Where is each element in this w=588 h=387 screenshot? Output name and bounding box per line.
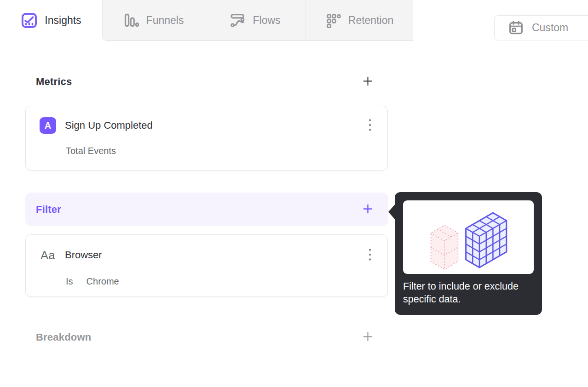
tab-funnels[interactable]: Funnels [102,0,204,41]
metric-card[interactable]: A Sign Up Completed Total Events [25,106,388,171]
metric-event-name: Sign Up Completed [65,120,153,131]
filter-property-name: Browser [65,249,102,261]
filter-tooltip: Filter to include or exclude specific da… [395,192,542,315]
filter-heading: Filter [36,204,61,216]
tab-retention[interactable]: Retention [306,0,413,41]
tooltip-arrow-icon [388,204,395,220]
metrics-section-header: Metrics [25,74,388,90]
metric-badge: A [40,117,56,134]
filter-operator[interactable]: Is [66,276,73,287]
bar-funnel-icon [123,12,139,28]
add-metric-button[interactable] [361,75,374,88]
dot-grid-icon [325,13,341,28]
filter-value[interactable]: Chrome [86,276,119,287]
plus-icon [362,330,374,344]
insights-report-builder: Insights Funnels Flows [0,0,588,387]
tooltip-text: Filter to include or exclude specific da… [403,280,534,306]
isometric-cube-grid-icon [403,200,534,274]
tab-label: Insights [45,14,81,27]
breakdown-section-header: Breakdown [25,329,388,346]
tab-label: Retention [348,14,393,27]
kebab-menu-icon [368,248,372,263]
plus-icon [362,203,374,216]
plus-icon [362,75,374,89]
tab-flows[interactable]: Flows [204,0,306,41]
wave-flow-icon [229,12,246,28]
filter-menu-button[interactable] [367,247,373,264]
add-breakdown-button[interactable] [361,331,374,344]
kebab-menu-icon [368,118,372,133]
filter-section-row[interactable]: Filter [25,193,388,226]
metrics-heading: Metrics [36,76,72,88]
tab-label: Flows [253,14,280,27]
metric-aggregation[interactable]: Total Events [66,146,116,156]
date-range-custom-button[interactable]: Custom [494,15,588,40]
line-chart-icon [21,12,38,28]
text-property-type-icon: Aa [40,249,56,262]
tooltip-illustration [403,200,534,274]
filter-card[interactable]: Aa Browser Is Chrome [25,234,388,297]
calendar-icon [508,20,524,36]
tab-label: Funnels [146,14,184,27]
report-type-tabs: Insights Funnels Flows [0,0,413,41]
metric-menu-button[interactable] [367,117,373,134]
tab-insights[interactable]: Insights [0,0,102,41]
add-filter-button[interactable] [361,203,374,216]
date-range-label: Custom [532,22,568,34]
breakdown-heading: Breakdown [36,331,91,343]
